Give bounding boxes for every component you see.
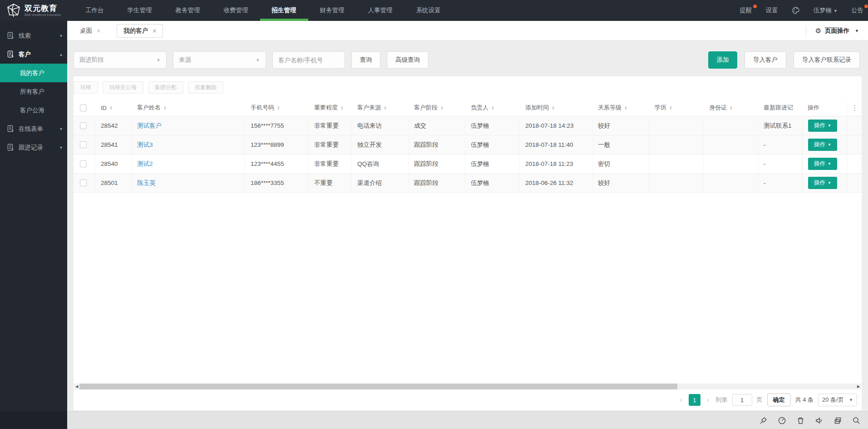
trash-icon[interactable] [796,416,805,425]
notice-link[interactable]: 公告 [851,6,863,15]
nav-item-students[interactable]: 学生管理 [116,0,164,21]
col-header-id: ID▲▼ [95,100,132,116]
logo-subtitle: B&B Vocational Education [25,14,61,17]
nav-item-fees[interactable]: 收费管理 [212,0,260,21]
empty-area [74,193,862,384]
col-header-education: 学历▲▼ [649,100,704,116]
page-actions-menu[interactable]: ⚙ 页面操作 ▼ [806,25,868,36]
chevron-down-icon: ▼ [828,143,831,147]
sidebar-footer [0,411,67,429]
sort-icon[interactable]: ▲▼ [624,105,627,110]
col-header-actions: 操作 [802,100,848,116]
user-name: 伍梦楠 [814,7,832,14]
pin-icon[interactable] [759,416,768,425]
display-window-icon[interactable] [833,416,842,425]
row-checkbox[interactable] [80,122,87,129]
pagination: ‹ 1 › 到第 页 确定 共 4 条 20 条/页 ▼ [74,389,862,410]
sidebar-item-my-customers[interactable]: 我的客户 [0,64,67,82]
gauge-icon[interactable] [778,416,786,425]
prev-page-button[interactable]: ‹ [678,395,684,404]
row-checkbox[interactable] [80,180,87,186]
nav-item-admissions[interactable]: 招生管理 [260,0,308,21]
row-action-button[interactable]: 操作▼ [808,158,837,170]
sort-icon[interactable]: ▲▼ [163,105,167,110]
speaker-icon[interactable] [815,416,824,425]
settings-link[interactable]: 设置 [766,6,778,15]
sort-icon[interactable]: ▲▼ [669,105,672,110]
tab-desktop[interactable]: 桌面 × [74,24,107,38]
col-header-name: 客户姓名▲▼ [132,100,245,116]
scroll-right-icon[interactable]: ▶ [856,384,861,389]
customer-name-link[interactable]: 测试客户 [137,122,162,130]
batch-delete-button[interactable]: 批量删除 [188,81,223,94]
advanced-search-button[interactable]: 高级查询 [387,51,429,69]
table-row: 28501 陈玉英 186****3355 不重要 渠道介绍 跟踪阶段 伍梦楠 … [74,174,862,193]
sort-icon[interactable]: ▲▼ [440,105,444,110]
total-count-label: 共 4 条 [795,396,814,404]
customer-name-link[interactable]: 测试3 [137,141,153,149]
magnifier-icon[interactable] [852,416,861,425]
nav-item-system[interactable]: 系统设置 [404,0,453,21]
sidebar-item-all-customers[interactable]: 所有客户 [0,82,67,101]
sort-icon[interactable]: ▲▼ [109,105,113,110]
row-checkbox[interactable] [80,141,87,148]
followup-stage-select[interactable]: 跟进阶段 ▼ [74,51,167,69]
row-action-button[interactable]: 操作▼ [808,120,837,132]
sidebar-item-customers[interactable]: 客户 ▴ [0,45,67,64]
confirm-page-button[interactable]: 确定 [767,394,791,406]
row-action-button[interactable]: 操作▼ [808,139,837,151]
page-size-select[interactable]: 20 条/页 ▼ [818,394,857,406]
horizontal-scrollbar[interactable]: ◀ ▶ [74,384,861,389]
reminder-link[interactable]: 提醒 [740,6,752,15]
source-select[interactable]: 来源 ▼ [173,51,266,69]
app-logo[interactable]: 双元教育 B&B Vocational Education [0,3,68,18]
table-body: 28542 测试客户 156****7755 非常重要 电话来访 成交 伍梦楠 … [74,116,862,193]
import-customers-button[interactable]: 导入客户 [745,51,786,69]
nav-item-finance[interactable]: 财务管理 [308,0,356,21]
select-all-checkbox[interactable] [80,105,87,111]
nav-item-hr[interactable]: 人事管理 [356,0,404,21]
customer-name-link[interactable]: 陈玉英 [137,179,156,187]
sidebar-item-online-forms[interactable]: 在线表单 ▾ [0,120,67,138]
chevron-up-icon: ▴ [60,52,62,57]
bulk-action-bar: 转移 转移至公海 集团分配 批量删除 [74,76,862,94]
row-checkbox[interactable] [80,160,87,167]
desktop-taskbar [67,411,868,429]
sort-icon[interactable]: ▲▼ [340,105,344,110]
form-icon [7,144,15,151]
transfer-to-pool-button[interactable]: 转移至公海 [103,81,143,94]
tab-my-customers[interactable]: 我的客户 × [117,24,163,38]
sort-icon[interactable]: ▲▼ [384,105,387,110]
sidebar-item-customer-pool[interactable]: 客户公海 [0,101,67,120]
user-menu[interactable]: 伍梦楠▼ [814,6,838,15]
keyword-input[interactable] [272,51,345,69]
transfer-button[interactable]: 转移 [74,81,98,94]
table-row: 28541 测试3 123****8899 非常重要 独立开发 跟踪阶段 伍梦楠… [74,135,862,155]
add-button[interactable]: 添加 [708,51,737,69]
next-page-button[interactable]: › [705,395,711,404]
sidebar-item-leads[interactable]: 线索 ▾ [0,26,67,45]
sort-icon[interactable]: ▲▼ [277,105,280,110]
col-header-source: 客户来源▲▼ [352,100,409,116]
nav-item-academic[interactable]: 教务管理 [164,0,212,21]
theme-palette-icon[interactable] [792,6,800,15]
top-bar: 双元教育 B&B Vocational Education 工作台 学生管理 教… [0,0,868,21]
close-icon[interactable]: × [97,27,100,35]
sort-icon[interactable]: ▲▼ [552,105,555,110]
sidebar-item-followup-records[interactable]: 跟进记录 ▾ [0,138,67,157]
scrollbar-thumb[interactable] [79,384,677,389]
row-action-button[interactable]: 操作▼ [808,177,837,189]
close-icon[interactable]: × [153,27,156,35]
column-settings-icon[interactable]: ⋮ [848,100,862,116]
customer-name-link[interactable]: 测试2 [137,160,153,168]
sort-icon[interactable]: ▲▼ [491,105,494,110]
sort-icon[interactable]: ▲▼ [730,105,733,110]
search-button[interactable]: 查询 [351,51,380,69]
group-assign-button[interactable]: 集团分配 [148,81,183,94]
scrollbar-track[interactable] [79,384,856,389]
page-number-input[interactable] [732,394,752,406]
current-page-button[interactable]: 1 [689,394,700,406]
scroll-left-icon[interactable]: ◀ [74,384,79,389]
nav-item-workbench[interactable]: 工作台 [74,0,116,21]
import-contact-records-button[interactable]: 导入客户联系记录 [794,51,860,69]
